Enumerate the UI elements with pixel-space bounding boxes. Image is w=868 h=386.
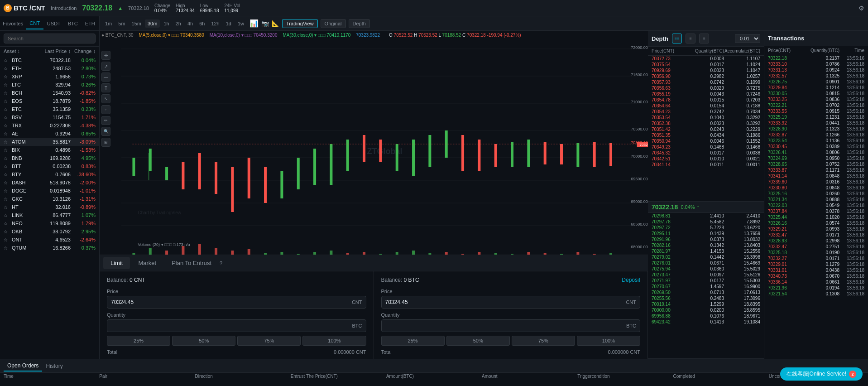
chart-indicator-icon[interactable]: 📐: [272, 20, 279, 27]
time-2h[interactable]: 2h: [173, 19, 184, 28]
sidebar-tab-btc[interactable]: BTC: [64, 18, 82, 29]
time-12h[interactable]: 12h: [208, 19, 222, 28]
view-original[interactable]: Original: [321, 19, 346, 28]
list-item[interactable]: ☆ BCH 1540.93 -0.82%: [0, 89, 99, 97]
sell-pct-50[interactable]: 50%: [446, 336, 510, 346]
tool-settings2[interactable]: ⊞: [101, 138, 110, 147]
list-item[interactable]: ☆ XRP 1.6656 0.73%: [0, 72, 99, 81]
list-item[interactable]: ☆ BIX 0.4896 -1.53%: [0, 146, 99, 154]
table-row: 70019.14 1.5299 18.8395: [648, 301, 764, 307]
tab-limit[interactable]: Limit: [103, 257, 130, 269]
list-item[interactable]: ☆ BSV 1154.75 -1.71%: [0, 113, 99, 121]
buy-pct-75[interactable]: 75%: [237, 336, 301, 346]
ask-accum: 0.1552: [724, 139, 760, 144]
sell-price-input[interactable]: [382, 296, 623, 308]
buy-pct-25[interactable]: 25%: [107, 336, 170, 346]
ask-qty: 0.0154: [688, 103, 724, 108]
asset-price: 32.016: [34, 204, 71, 210]
tool-crosshair[interactable]: ✛: [101, 51, 110, 60]
main-area: Favorites CNT USDT BTC ETH Asset ↕ Last …: [0, 16, 868, 359]
tool-zoom[interactable]: 🔍: [101, 127, 110, 136]
sidebar-tab-usdt[interactable]: USDT: [43, 18, 64, 29]
depth-precision-select[interactable]: 0.01 0.1 1: [735, 34, 760, 43]
tool-pencil[interactable]: ✏: [101, 116, 110, 125]
list-item[interactable]: ☆ BTC 70322.18 0.04%: [0, 56, 99, 64]
time-4h[interactable]: 4h: [185, 19, 196, 28]
view-depth[interactable]: Depth: [349, 19, 370, 28]
list-item[interactable]: ☆ DOGE 0.018948 -1.01%: [0, 187, 99, 195]
tab-open-orders[interactable]: Open Orders: [4, 361, 42, 372]
bid-qty: 1.5299: [688, 302, 724, 307]
list-item[interactable]: ☆ LTC 329.94 0.26%: [0, 81, 99, 89]
list-item[interactable]: ☆ TRX 0.227308 -4.38%: [0, 121, 99, 130]
tool-back[interactable]: ←: [101, 105, 110, 114]
tx-price: 70331.01: [768, 268, 803, 273]
sidebar-tab-eth[interactable]: ETH: [82, 18, 99, 29]
list-item[interactable]: ☆ ETC 35.1359 0.23%: [0, 105, 99, 113]
search-input[interactable]: [4, 34, 96, 43]
list-item[interactable]: ☆ HT 32.016 -0.89%: [0, 203, 99, 211]
list-item[interactable]: ☆ BTY 0.7606 -38.60%: [0, 170, 99, 179]
depth-view-1[interactable]: ≡≡: [672, 34, 682, 43]
list-item[interactable]: ☆ LINK 86.4777 1.07%: [0, 211, 99, 219]
sell-pct-100[interactable]: 100%: [577, 336, 640, 346]
list-item[interactable]: ☆ BNB 169.9286 4.95%: [0, 154, 99, 162]
buy-pct-50[interactable]: 50%: [172, 336, 235, 346]
list-item[interactable]: ☆ ATOM 35.8817 -3.09%: [0, 138, 99, 146]
depth-view-3[interactable]: ≡: [699, 34, 709, 43]
list-item[interactable]: ☆ ONT 4.6523 -2.64%: [0, 236, 99, 244]
star-icon: ☆: [4, 66, 10, 71]
svg-rect-72: [428, 253, 431, 255]
ask-qty: 0.0023: [688, 68, 724, 73]
tab-market[interactable]: Market: [131, 257, 163, 269]
list-item[interactable]: ☆ OKB 38.0792 2.95%: [0, 227, 99, 236]
buy-qty-input[interactable]: [107, 320, 349, 332]
time-6h[interactable]: 6h: [197, 19, 207, 28]
ask-price: 70350.94: [652, 139, 688, 144]
time-15m[interactable]: 15m: [129, 19, 144, 28]
view-tradingview[interactable]: TradingView: [282, 19, 318, 28]
sidebar-tab-favorites[interactable]: Favorites: [0, 18, 26, 29]
sell-pct-25[interactable]: 25%: [381, 336, 445, 346]
chart-screenshot-icon[interactable]: 📷: [261, 20, 269, 27]
list-item[interactable]: ☆ NEO 119.8089 -1.79%: [0, 219, 99, 227]
time-1w[interactable]: 1w: [235, 19, 247, 28]
settings-icon[interactable]: ⚙: [858, 5, 864, 12]
table-row: 70333.25 0.0836 13:56:18: [764, 96, 868, 102]
list-item[interactable]: ☆ ETH 2487.53 2.80%: [0, 64, 99, 72]
list-item[interactable]: ☆ QTUM 16.8266 0.37%: [0, 244, 99, 252]
depth-view-2[interactable]: ≡: [686, 34, 695, 43]
list-item[interactable]: ☆ AE 0.9294 0.65%: [0, 130, 99, 138]
tool-trend[interactable]: ↗: [101, 62, 110, 71]
sell-qty-input[interactable]: [382, 320, 623, 332]
list-item[interactable]: ☆ EOS 18.7879 -1.85%: [0, 97, 99, 105]
tx-qty: 0.0924: [803, 68, 839, 72]
help-icon[interactable]: ?: [220, 261, 222, 266]
tx-price: 70337.84: [768, 209, 803, 214]
buy-price-input[interactable]: [107, 296, 348, 308]
list-item[interactable]: ☆ DASH 518.9078 -2.00%: [0, 179, 99, 187]
deposit-link[interactable]: Deposit: [622, 277, 640, 283]
list-item[interactable]: ☆ BTT 0.00238 -0.83%: [0, 162, 99, 170]
chart-type-candle[interactable]: 📊: [249, 19, 259, 28]
time-1h[interactable]: 1h: [161, 19, 172, 28]
chat-bubble[interactable]: 在线客服|Online Service! 2: [780, 367, 863, 381]
tool-hline[interactable]: —: [101, 72, 110, 82]
tab-plan[interactable]: Plan To Entrust: [164, 257, 219, 269]
buy-pct-100[interactable]: 100%: [302, 336, 366, 346]
tx-time: 13:56:18: [839, 126, 864, 131]
time-1d[interactable]: 1d: [223, 19, 234, 28]
intro-link[interactable]: Introduction: [51, 5, 77, 11]
list-item[interactable]: ☆ GKC 10.3126 -1.31%: [0, 195, 99, 203]
tx-time: 13:56:18: [839, 150, 864, 155]
tab-history[interactable]: History: [42, 361, 66, 371]
time-30m[interactable]: 30m: [145, 19, 160, 28]
time-1m[interactable]: 1m: [102, 19, 115, 28]
time-5m[interactable]: 5m: [115, 19, 128, 28]
sidebar-tab-cnt[interactable]: CNT: [26, 18, 43, 29]
sell-pct-75[interactable]: 75%: [512, 336, 575, 346]
tool-fib[interactable]: ⤡: [101, 94, 110, 103]
tool-text[interactable]: T: [101, 83, 110, 92]
tx-price: 70333.25: [768, 97, 803, 102]
tx-qty: 0.1323: [803, 126, 839, 131]
